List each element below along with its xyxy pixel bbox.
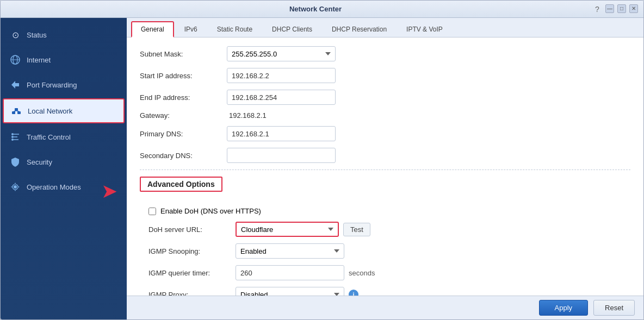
igmp-proxy-info-icon[interactable]: i bbox=[349, 290, 358, 296]
test-button[interactable]: Test bbox=[343, 223, 370, 236]
bottom-bar: Apply Reset bbox=[127, 296, 643, 319]
svg-line-7 bbox=[16, 111, 19, 111]
sidebar-item-label: Security bbox=[27, 158, 52, 166]
reset-button[interactable]: Reset bbox=[593, 300, 635, 316]
enable-doh-checkbox[interactable] bbox=[148, 208, 156, 215]
sidebar: ⊙ Status Internet bbox=[1, 18, 127, 319]
igmp-proxy-select[interactable]: Disabled Enabled bbox=[236, 287, 344, 296]
apply-button[interactable]: Apply bbox=[539, 300, 589, 316]
igmp-querier-label: IGMP querier timer: bbox=[148, 269, 236, 277]
igmp-querier-input[interactable] bbox=[236, 265, 344, 280]
main-layout: ⊙ Status Internet bbox=[1, 18, 643, 319]
sidebar-item-operation-modes[interactable]: Operation Modes bbox=[1, 174, 127, 199]
close-button[interactable]: ✕ bbox=[629, 4, 638, 13]
svg-point-10 bbox=[11, 139, 14, 141]
sidebar-item-status[interactable]: ⊙ Status bbox=[1, 22, 127, 47]
doh-server-row: DoH server URL: Cloudflare Google Custom… bbox=[148, 222, 630, 237]
subnet-mask-label: Subnet Mask: bbox=[140, 50, 227, 58]
end-ip-label: End IP address: bbox=[140, 93, 227, 102]
primary-dns-input[interactable] bbox=[227, 126, 336, 141]
gateway-value: 192.168.2.1 bbox=[227, 111, 267, 120]
start-ip-label: Start IP address: bbox=[140, 72, 227, 80]
doh-server-label: DoH server URL: bbox=[148, 225, 236, 234]
doh-server-select[interactable]: Cloudflare Google Custom bbox=[236, 222, 339, 237]
sidebar-item-label: Traffic Control bbox=[27, 133, 71, 141]
security-icon bbox=[9, 156, 21, 168]
status-icon: ⊙ bbox=[9, 29, 21, 41]
svg-rect-3 bbox=[12, 111, 15, 114]
igmp-querier-row: IGMP querier timer: seconds bbox=[148, 265, 630, 280]
advanced-options-header: Advanced Options bbox=[140, 177, 222, 192]
internet-icon bbox=[9, 54, 21, 66]
secondary-dns-row: Secondary DNS: bbox=[140, 148, 630, 163]
igmp-snooping-select[interactable]: Enabled Disabled bbox=[236, 243, 344, 259]
igmp-querier-unit: seconds bbox=[349, 269, 375, 277]
title-bar: Network Center ? — □ ✕ bbox=[1, 1, 643, 18]
end-ip-row: End IP address: bbox=[140, 90, 630, 105]
sidebar-item-label: Local Network bbox=[28, 107, 72, 115]
tab-general[interactable]: General bbox=[131, 21, 174, 37]
sidebar-item-internet[interactable]: Internet bbox=[1, 47, 127, 72]
igmp-snooping-label: IGMP Snooping: bbox=[148, 247, 236, 255]
sidebar-item-label: Status bbox=[27, 31, 47, 39]
sidebar-item-security[interactable]: Security bbox=[1, 149, 127, 174]
gateway-row: Gateway: 192.168.2.1 bbox=[140, 111, 630, 120]
doh-controls: Cloudflare Google Custom Test bbox=[236, 222, 370, 237]
svg-rect-4 bbox=[15, 108, 18, 111]
svg-rect-5 bbox=[17, 111, 21, 114]
gateway-label: Gateway: bbox=[140, 111, 227, 120]
igmp-snooping-row: IGMP Snooping: Enabled Disabled bbox=[148, 243, 630, 259]
tab-iptv-voip[interactable]: IPTV & VoIP bbox=[397, 22, 452, 37]
secondary-dns-label: Secondary DNS: bbox=[140, 152, 227, 160]
window-title: Network Center bbox=[39, 5, 592, 13]
operation-modes-icon bbox=[9, 181, 21, 193]
start-ip-input[interactable] bbox=[227, 68, 336, 83]
igmp-proxy-row: IGMP Proxy: Disabled Enabled i bbox=[148, 287, 630, 296]
content-area: General IPv6 Static Route DHCP Clients D… bbox=[127, 18, 643, 319]
tab-dhcp-reservation[interactable]: DHCP Reservation bbox=[323, 22, 396, 37]
svg-point-8 bbox=[11, 133, 14, 135]
sidebar-item-label: Internet bbox=[27, 56, 51, 64]
main-window: Network Center ? — □ ✕ ⊙ Status bbox=[0, 0, 644, 320]
help-button[interactable]: ? bbox=[592, 4, 602, 14]
traffic-control-icon bbox=[9, 131, 21, 143]
form-content: Subnet Mask: 255.255.255.0 Start IP addr… bbox=[127, 37, 643, 296]
primary-dns-label: Primary DNS: bbox=[140, 130, 227, 138]
tab-dhcp-clients[interactable]: DHCP Clients bbox=[263, 22, 321, 37]
secondary-dns-input[interactable] bbox=[227, 148, 336, 163]
sidebar-item-traffic-control[interactable]: Traffic Control bbox=[1, 124, 127, 149]
maximize-button[interactable]: □ bbox=[617, 4, 626, 13]
tab-ipv6[interactable]: IPv6 bbox=[175, 22, 207, 37]
primary-dns-row: Primary DNS: bbox=[140, 126, 630, 141]
svg-point-9 bbox=[11, 136, 14, 138]
local-network-icon bbox=[10, 105, 22, 117]
window-controls: ? — □ ✕ bbox=[592, 4, 638, 14]
minimize-button[interactable]: — bbox=[605, 4, 614, 13]
port-forwarding-icon bbox=[9, 79, 21, 91]
tab-static-route[interactable]: Static Route bbox=[208, 22, 262, 37]
sidebar-item-local-network[interactable]: Local Network bbox=[3, 98, 125, 123]
svg-point-14 bbox=[14, 185, 17, 189]
start-ip-row: Start IP address: bbox=[140, 68, 630, 83]
sidebar-item-label: Port Forwarding bbox=[27, 81, 77, 89]
enable-doh-label[interactable]: Enable DoH (DNS over HTTPS) bbox=[160, 207, 261, 215]
svg-line-6 bbox=[14, 111, 16, 111]
sidebar-item-port-forwarding[interactable]: Port Forwarding bbox=[1, 72, 127, 97]
sidebar-item-label: Operation Modes bbox=[27, 183, 81, 191]
enable-doh-row: Enable DoH (DNS over HTTPS) bbox=[148, 207, 630, 215]
end-ip-input[interactable] bbox=[227, 90, 336, 105]
subnet-mask-row: Subnet Mask: 255.255.255.0 bbox=[140, 46, 630, 61]
tab-bar: General IPv6 Static Route DHCP Clients D… bbox=[127, 18, 643, 37]
igmp-proxy-label: IGMP Proxy: bbox=[148, 291, 236, 296]
section-divider bbox=[140, 170, 630, 170]
subnet-mask-select[interactable]: 255.255.255.0 bbox=[227, 46, 336, 61]
